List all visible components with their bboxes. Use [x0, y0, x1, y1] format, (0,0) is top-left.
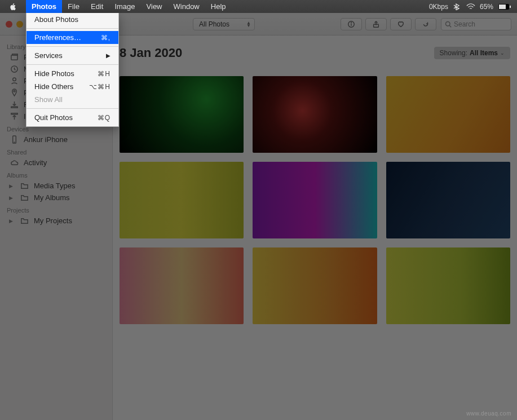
- bluetooth-icon[interactable]: [453, 3, 462, 10]
- photos-app-menu-dropdown: About Photos Preferences…⌘, Services▶ Hi…: [26, 13, 119, 127]
- menu-image[interactable]: Image: [109, 0, 140, 13]
- menu-separator: [26, 64, 118, 65]
- apple-menu[interactable]: [0, 3, 26, 11]
- system-menubar: Photos File Edit Image View Window Help …: [0, 0, 517, 13]
- menu-hide-others[interactable]: Hide Others⌥⌘H: [26, 80, 118, 93]
- menu-separator: [26, 108, 118, 109]
- shortcut-label: ⌥⌘H: [89, 83, 111, 91]
- wifi-icon[interactable]: [466, 3, 475, 10]
- menu-about-photos[interactable]: About Photos: [26, 13, 118, 26]
- menu-hide-photos[interactable]: Hide Photos⌘H: [26, 67, 118, 80]
- menu-view[interactable]: View: [141, 0, 168, 13]
- menu-photos[interactable]: Photos: [26, 0, 62, 13]
- battery-icon[interactable]: [498, 3, 511, 10]
- menu-services[interactable]: Services▶: [26, 49, 118, 62]
- menu-show-all: Show All: [26, 93, 118, 106]
- menu-separator: [26, 28, 118, 29]
- network-speed: 0Kbps: [429, 3, 448, 11]
- shortcut-label: ⌘Q: [98, 114, 111, 122]
- menu-separator: [26, 46, 118, 47]
- menu-edit[interactable]: Edit: [85, 0, 109, 13]
- svg-rect-1: [499, 5, 506, 9]
- menu-file[interactable]: File: [62, 0, 85, 13]
- menu-quit-photos[interactable]: Quit Photos⌘Q: [26, 111, 118, 124]
- menu-help[interactable]: Help: [205, 0, 232, 13]
- menu-preferences[interactable]: Preferences…⌘,: [26, 31, 118, 44]
- menubar-status: 0Kbps 65%: [429, 3, 517, 11]
- shortcut-label: ⌘,: [101, 34, 111, 42]
- chevron-right-icon: ▶: [106, 52, 111, 59]
- menu-window[interactable]: Window: [168, 0, 205, 13]
- apple-logo-icon: [9, 3, 17, 11]
- watermark: www.deuaq.com: [466, 410, 511, 417]
- svg-rect-2: [510, 6, 511, 8]
- battery-percentage: 65%: [480, 3, 493, 11]
- shortcut-label: ⌘H: [98, 70, 111, 78]
